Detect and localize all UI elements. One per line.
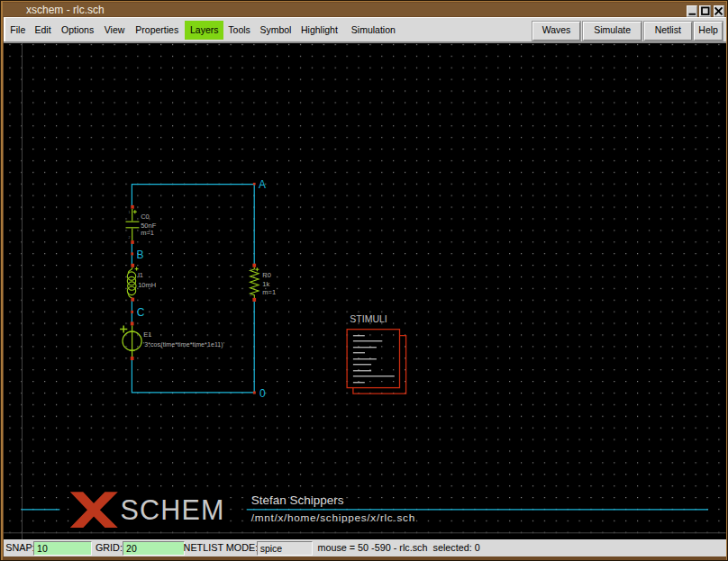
svg-text:'3*cos(time*time*time*1e11)': '3*cos(time*time*time*1e11)' [143, 340, 224, 348]
svg-text:R0: R0 [262, 271, 271, 279]
svg-text:E1: E1 [143, 330, 151, 338]
svg-text:C: C [137, 305, 145, 318]
svg-text:10mH: 10mH [138, 281, 156, 289]
svg-text:A: A [259, 178, 266, 191]
svg-text:B: B [137, 248, 144, 260]
svg-text:Stefan Schippers: Stefan Schippers [251, 493, 344, 507]
svg-text:1: 1 [128, 210, 130, 213]
svg-text:m=1: m=1 [141, 229, 154, 237]
svg-text:0: 0 [259, 386, 266, 399]
svg-text:STIMULI: STIMULI [350, 313, 387, 324]
svg-text:1k: 1k [262, 279, 269, 287]
svg-text:SCHEM: SCHEM [121, 494, 224, 525]
svg-text:m=1: m=1 [262, 288, 276, 296]
svg-text:2: 2 [128, 235, 130, 239]
svg-text:1: 1 [250, 267, 251, 271]
svg-text:l1: l1 [138, 271, 143, 279]
svg-text:/mnt/x/home/schippes/x/rlc.sch: /mnt/x/home/schippes/x/rlc.sch [251, 511, 415, 524]
svg-text:C0: C0 [141, 213, 150, 221]
svg-text:2: 2 [250, 294, 251, 297]
